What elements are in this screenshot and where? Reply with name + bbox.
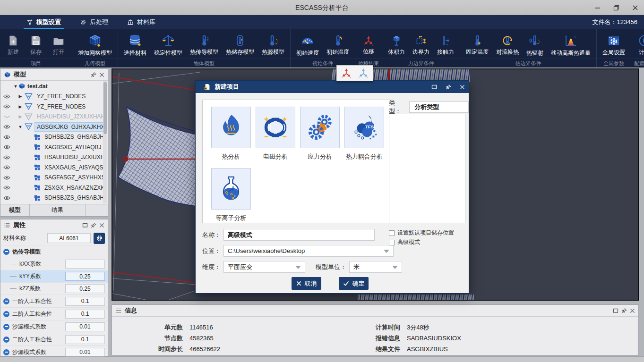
ribbon-button-global-settings[interactable]: 全局设置	[599, 33, 628, 57]
analysis-card-thermal-analysis[interactable]: 热分析	[211, 107, 251, 161]
tree-item[interactable]: ▶YZ_FREE_NODES	[0, 101, 103, 112]
pin-icon[interactable]	[446, 84, 451, 90]
checkbox-icon[interactable]	[389, 240, 395, 245]
tree-item[interactable]: SDHSBJZS_GHSABJHB_ZAHU	[0, 132, 103, 143]
analysis-card-plasma-analysis[interactable]: 等离子分析	[211, 168, 251, 222]
ribbon-button-contact-force[interactable]: 接触力	[434, 33, 457, 56]
property-value-input[interactable]	[65, 260, 105, 269]
eye-icon[interactable]	[0, 185, 13, 190]
eye-icon[interactable]	[0, 175, 13, 180]
eye-icon[interactable]	[0, 195, 13, 201]
ribbon-button-stability-model[interactable]: 稳定性模型	[151, 32, 186, 57]
tree-item[interactable]: ▼AGSGKJKG_GJHXAJKHXA	[0, 122, 103, 132]
material-settings-button[interactable]	[94, 233, 105, 244]
ribbon-button-select-material[interactable]: 选择材料	[120, 32, 150, 57]
project-name-input[interactable]: 高级模式	[223, 229, 375, 241]
tree-item[interactable]: XAGBSXG_AYHAQBJ	[0, 142, 103, 152]
eye-icon[interactable]	[0, 94, 13, 99]
pin-icon[interactable]	[91, 72, 96, 77]
expand-arrow-icon[interactable]: ▶	[17, 104, 23, 109]
property-value-input[interactable]: 0.25	[65, 284, 105, 293]
ribbon-button-compute[interactable]: 计算	[634, 33, 644, 57]
tab-material-library[interactable]: 材料库	[118, 15, 165, 29]
collapse-icon[interactable]	[3, 311, 9, 317]
tree-item[interactable]: HSAUHDISU_JZXIUXHAHX	[0, 152, 103, 163]
ribbon-button-displacement[interactable]: zxy位移	[358, 34, 379, 56]
panel-tab-model[interactable]: 模型	[0, 204, 30, 216]
pin-icon[interactable]	[621, 308, 627, 313]
ribbon-button-body-force[interactable]: 体积力	[385, 33, 408, 56]
tab-model-setup[interactable]: 模型设置	[17, 15, 70, 29]
expand-arrow-icon[interactable]: ▼	[17, 125, 23, 129]
close-icon[interactable]	[99, 72, 104, 77]
close-icon[interactable]	[99, 223, 104, 228]
cancel-button[interactable]: 取消	[292, 277, 321, 290]
flyout-displacement-xyz-red[interactable]: zxy	[340, 67, 352, 79]
ribbon-button-open[interactable]: 打开	[48, 33, 69, 56]
analysis-card-em-analysis[interactable]: 电磁分析	[256, 107, 295, 161]
maximize-icon[interactable]	[431, 84, 437, 90]
tree-item[interactable]: SAGFASGZ_ASYHHXSN	[0, 173, 103, 183]
analysis-card-stress-analysis[interactable]: 应力分析	[300, 107, 340, 161]
ribbon-button-initial-velocity[interactable]: 初始速度	[293, 32, 322, 57]
collapse-icon[interactable]	[3, 249, 9, 255]
ribbon-button-heat-source-model[interactable]: 热源模型	[258, 33, 288, 56]
model-tree-scrollbar[interactable]	[103, 81, 107, 203]
collapse-icon[interactable]	[3, 298, 9, 304]
eye-icon[interactable]	[0, 124, 13, 129]
expand-arrow-icon[interactable]: ▶	[17, 114, 23, 119]
property-value-input[interactable]: 0.25	[65, 272, 105, 281]
ribbon-button-radiation[interactable]: 热辐射	[523, 32, 547, 57]
panel-tab-results[interactable]: 结果	[30, 204, 86, 216]
collapse-icon[interactable]	[3, 324, 9, 330]
ribbon-button-heat-conduction-model[interactable]: 热传导模型	[187, 33, 222, 56]
dimension-dropdown[interactable]: 平面应变	[223, 261, 305, 273]
default-location-checkbox[interactable]: 设置默认项目储存位置	[389, 229, 454, 237]
eye-icon[interactable]	[0, 165, 13, 170]
ribbon-button-initial-temperature[interactable]: 初始温度	[323, 33, 352, 56]
minimize-button[interactable]	[591, 2, 603, 13]
ribbon-button-fixed-temperature[interactable]: 固定温度	[463, 33, 492, 56]
flyout-displacement-xyz-blue[interactable]: zxy	[357, 67, 369, 79]
tree-item[interactable]: XSAXGAUS_AISYAQSH_ASHX	[0, 162, 103, 173]
tree-root[interactable]: ▼test.dat	[0, 81, 103, 92]
pin-icon[interactable]	[91, 222, 96, 228]
description-box[interactable]	[389, 114, 465, 223]
material-name-input[interactable]: AL6061	[47, 233, 91, 243]
ribbon-button-convection[interactable]: 对流换热	[493, 33, 522, 56]
ribbon-button-moving-gauss-heat-flux[interactable]: y移动高斯热通量	[548, 32, 594, 57]
close-icon[interactable]	[460, 84, 465, 90]
collapse-icon[interactable]	[3, 349, 9, 355]
tree-item[interactable]: SDHSBJZS_GHSABJHB_ZAHU	[0, 193, 103, 203]
ribbon-button-new-project[interactable]: 新建	[2, 33, 24, 56]
property-value-input[interactable]: 0.1	[65, 310, 105, 319]
property-value-input[interactable]: 0.01	[65, 322, 105, 331]
advanced-mode-checkbox[interactable]: 高级模式	[389, 238, 420, 246]
type-input[interactable]: 分析类型	[409, 101, 469, 113]
eye-closed-icon[interactable]	[0, 114, 13, 119]
checkbox-icon[interactable]	[389, 230, 395, 236]
confirm-button[interactable]: 确定	[339, 277, 369, 290]
ribbon-button-add-mesh-model[interactable]: 增加网格模型	[75, 32, 115, 57]
collapse-icon[interactable]	[3, 337, 9, 343]
tree-item[interactable]: ▶YZ_FREE_NODES	[0, 92, 103, 102]
close-button[interactable]	[629, 2, 641, 13]
eye-icon[interactable]	[0, 155, 13, 160]
property-value-input[interactable]: 0.1	[65, 297, 105, 306]
expand-arrow-icon[interactable]: ▼	[13, 84, 18, 89]
close-icon[interactable]	[630, 308, 635, 313]
analysis-card-thermal-coupling-analysis[interactable]: TFSI热力耦合分析	[344, 107, 384, 161]
tab-post-process[interactable]: 后处理	[70, 15, 118, 29]
tree-item[interactable]: ▶HSAUHDISU_JZXIUXHAHX	[0, 112, 103, 122]
maximize-icon[interactable]	[613, 308, 618, 313]
ribbon-button-heat-storage-model[interactable]: 热储存模型	[223, 33, 258, 56]
expand-arrow-icon[interactable]: ▶	[17, 94, 23, 99]
restore-button[interactable]	[610, 2, 622, 13]
maximize-icon[interactable]	[82, 222, 88, 228]
eye-icon[interactable]	[0, 104, 13, 109]
location-dropdown[interactable]: C:\Users\weixiaohe\Desktop	[223, 245, 394, 257]
ribbon-button-boundary-force[interactable]: 边界力	[409, 33, 433, 56]
ribbon-button-save[interactable]: 保存	[25, 33, 47, 56]
eye-icon[interactable]	[0, 135, 13, 140]
unit-dropdown[interactable]: 米	[349, 261, 402, 273]
